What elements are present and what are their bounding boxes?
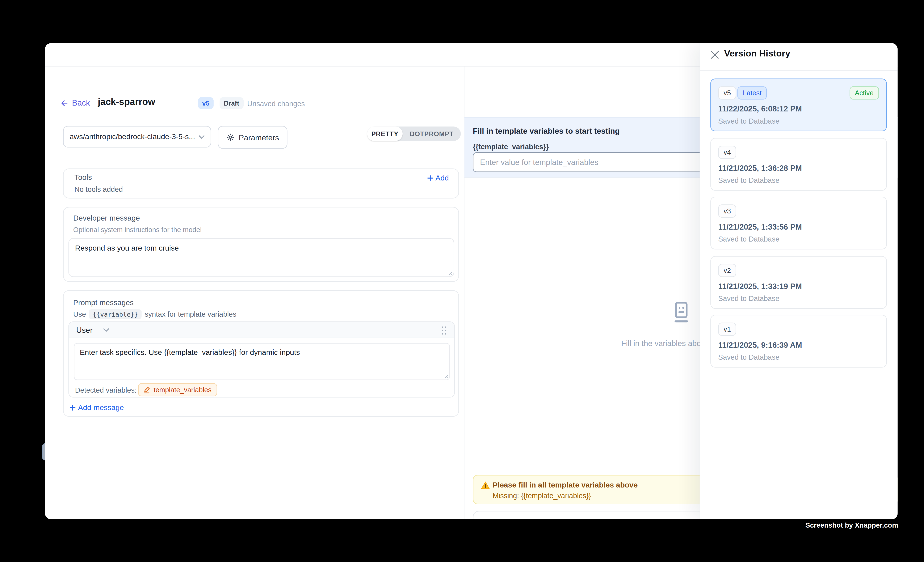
version-number-badge: v3 <box>718 205 736 218</box>
warning-icon <box>481 481 489 489</box>
role-select[interactable]: User <box>76 322 110 338</box>
gear-icon <box>226 133 235 142</box>
version-card-v4[interactable]: v4 11/21/2025, 1:36:28 PM Saved to Datab… <box>710 138 887 191</box>
version-timestamp: 11/21/2025, 1:36:28 PM <box>718 164 802 173</box>
developer-message-label: Developer message <box>73 214 140 223</box>
version-card-v5[interactable]: v5 Latest Active 11/22/2025, 6:08:12 PM … <box>710 78 887 131</box>
version-card-v3[interactable]: v3 11/21/2025, 1:33:56 PM Saved to Datab… <box>710 197 887 249</box>
close-icon <box>711 51 718 58</box>
chevron-down-icon <box>199 135 205 139</box>
version-status: Saved to Database <box>718 353 780 362</box>
watermark: Screenshot by Xnapper.com <box>806 522 898 529</box>
add-message-label: Add message <box>78 404 124 412</box>
version-timestamp: 11/21/2025, 1:33:19 PM <box>718 282 802 291</box>
stage: Back jack-sparrow v5 Draft Unsaved chang… <box>0 0 924 562</box>
developer-message-card: Developer message Optional system instru… <box>63 207 459 282</box>
unsaved-changes-label: Unsaved changes <box>247 99 305 108</box>
version-timestamp: 11/22/2025, 6:08:12 PM <box>718 104 802 113</box>
back-label: Back <box>72 99 90 108</box>
model-select-value: aws/anthropic/bedrock-claude-3-5-s... <box>69 132 195 141</box>
parameters-button[interactable]: Parameters <box>218 126 287 149</box>
message-block: User Enter task specifics. Use {{templat… <box>69 321 455 398</box>
close-button[interactable] <box>709 49 720 60</box>
resize-handle-icon[interactable] <box>443 373 448 378</box>
panel-title: Version History <box>724 48 790 58</box>
drag-handle-icon[interactable] <box>441 325 447 335</box>
divider <box>700 70 897 71</box>
version-number-badge: v1 <box>718 323 736 336</box>
version-status: Saved to Database <box>718 235 780 244</box>
role-label: User <box>76 326 93 335</box>
draft-badge: Draft <box>220 97 243 109</box>
hint-prefix: Use <box>73 310 86 318</box>
bot-icon <box>672 302 691 324</box>
prompt-messages-card: Prompt messages Use {{variable}} syntax … <box>63 290 459 417</box>
prompt-messages-label: Prompt messages <box>73 299 134 307</box>
developer-message-textarea[interactable]: Respond as you are tom cruise <box>69 238 454 277</box>
add-message-button[interactable]: Add message <box>69 404 124 412</box>
format-toggle: PRETTY DOTPROMPT <box>367 127 461 141</box>
hint-suffix: syntax for template variables <box>145 310 236 318</box>
app-window: Back jack-sparrow v5 Draft Unsaved chang… <box>45 43 897 519</box>
toggle-dotprompt[interactable]: DOTPROMPT <box>403 127 461 141</box>
active-badge: Active <box>849 86 879 99</box>
developer-message-hint: Optional system instructions for the mod… <box>73 226 202 233</box>
back-button[interactable]: Back <box>60 99 90 108</box>
version-card-v2[interactable]: v2 11/21/2025, 1:33:19 PM Saved to Datab… <box>710 256 887 309</box>
version-timestamp: 11/21/2025, 9:16:39 AM <box>718 341 802 350</box>
tools-empty-text: No tools added <box>74 185 123 194</box>
latest-badge: Latest <box>737 86 767 99</box>
version-number-badge: v4 <box>718 146 736 159</box>
model-select[interactable]: aws/anthropic/bedrock-claude-3-5-s... <box>63 126 211 148</box>
tools-card: Tools Add No tools added <box>63 169 459 199</box>
detected-variables-label: Detected variables: <box>75 386 137 395</box>
version-badge: v5 <box>198 97 214 109</box>
warning-title: Please fill in all template variables ab… <box>493 481 638 489</box>
parameters-label: Parameters <box>239 133 279 142</box>
version-status: Saved to Database <box>718 294 780 303</box>
pen-icon <box>143 386 151 393</box>
resize-handle-icon[interactable] <box>447 270 453 275</box>
add-tool-button[interactable]: Add <box>427 174 449 182</box>
version-status: Saved to Database <box>718 176 780 185</box>
version-timestamp: 11/21/2025, 1:33:56 PM <box>718 223 802 232</box>
detected-variable-name: template_variables <box>153 386 212 393</box>
add-tool-label: Add <box>435 174 449 182</box>
prompt-messages-hint: Use {{variable}} syntax for template var… <box>73 309 237 319</box>
version-card-v1[interactable]: v1 11/21/2025, 9:16:39 AM Saved to Datab… <box>710 315 887 368</box>
toggle-pretty[interactable]: PRETTY <box>367 127 403 141</box>
variable-syntax-chip: {{variable}} <box>89 309 142 319</box>
arrow-left-icon <box>60 99 69 107</box>
plus-icon <box>427 175 433 181</box>
plus-icon <box>69 405 76 411</box>
user-message-textarea[interactable]: Enter task specifics. Use {{template_var… <box>74 343 450 380</box>
chevron-down-icon <box>104 328 110 332</box>
version-number-badge: v5 <box>718 86 736 99</box>
warning-detail: Missing: {{template_variables}} <box>493 492 591 500</box>
variable-name-label: {{template_variables}} <box>473 143 549 151</box>
detected-variable-chip[interactable]: template_variables <box>138 383 217 396</box>
version-number-badge: v2 <box>718 264 736 277</box>
version-history-panel: Version History v5 Latest Active 11/22/2… <box>699 43 897 519</box>
page-title: jack-sparrow <box>98 97 155 107</box>
variables-panel-title: Fill in template variables to start test… <box>473 127 620 136</box>
tools-label: Tools <box>74 173 92 182</box>
version-status: Saved to Database <box>718 117 780 125</box>
message-header: User <box>69 322 454 338</box>
